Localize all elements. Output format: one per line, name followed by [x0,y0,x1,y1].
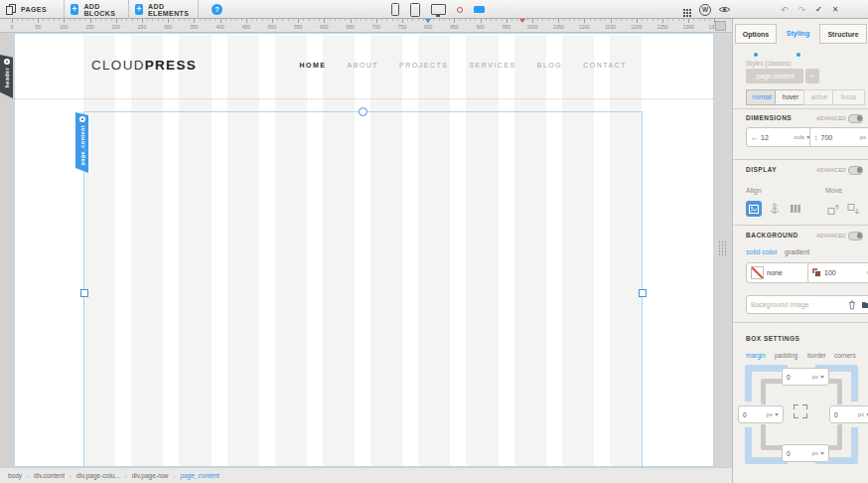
grid-column-guide [83,35,115,466]
state-normal-button[interactable]: normal [746,89,778,105]
unit-dropdown[interactable]: px [858,411,868,417]
height-value[interactable]: 700 [821,134,833,141]
ruler-breakpoint-marker[interactable] [519,19,525,23]
background-advanced-toggle[interactable] [848,232,863,241]
splitter-drag-handle-icon[interactable] [718,241,727,256]
box-tab-padding[interactable]: padding [775,352,797,359]
nav-item-services[interactable]: SERVICES [469,62,515,69]
width-field[interactable]: ↔ 12 cols [746,127,815,147]
grid-column-guide [562,35,594,466]
columns-icon [790,204,801,214]
height-unit-dropdown[interactable]: px [860,134,868,140]
selection-top-handle[interactable] [359,107,367,116]
help-icon[interactable]: ? [212,4,222,15]
dimensions-advanced-toggle[interactable] [848,114,863,123]
pages-button[interactable]: PAGES [0,0,64,19]
trash-icon[interactable] [848,300,856,310]
ruler-tick [59,19,60,21]
tablet-preview-icon[interactable] [410,3,420,17]
breadcrumb-item[interactable]: div.page-colu... [76,472,120,479]
state-hover-button[interactable]: hover [775,89,806,105]
current-width-icon[interactable] [474,6,485,13]
selection-left-handle[interactable] [80,289,88,297]
ruler-tick [132,19,133,21]
breadcrumb-item[interactable]: page_content [180,472,218,479]
ruler-tick [433,19,434,21]
undo-icon[interactable]: ↶ [781,5,789,15]
page-content-element-tab[interactable]: page_content [75,112,88,173]
add-elements-button[interactable]: + ADD ELEMENTS [129,0,199,19]
canvas[interactable]: CLOUDPRESS HOMEABOUTPROJECTSSERVICESBLOG… [14,33,714,467]
site-logo[interactable]: CLOUDPRESS [91,58,197,73]
nav-item-blog[interactable]: BLOG [537,62,562,69]
header-element-tab[interactable]: header [0,55,13,98]
move-up-button[interactable] [825,201,841,217]
selection-right-handle[interactable] [639,289,647,297]
margin-left-field[interactable]: 0 px [738,405,784,423]
color-picker-field[interactable]: none [746,262,811,283]
breadcrumb-item[interactable]: div.page-row [132,472,169,479]
class-chip[interactable]: .page-content [746,69,803,83]
unit-dropdown[interactable]: px [812,374,824,380]
breadcrumb-item[interactable]: body [8,472,22,479]
nav-item-home[interactable]: HOME [299,62,326,69]
align-image-button[interactable] [746,201,762,217]
breadcrumb-separator: › [173,473,175,479]
opacity-value[interactable]: 100 [824,269,836,276]
move-down-button[interactable] [845,201,861,217]
pages-label: PAGES [21,6,47,13]
breakpoint-dot-icon[interactable] [457,7,463,13]
background-image-field[interactable]: Background Image [746,295,868,314]
margin-bottom-value[interactable]: 0 [787,450,791,457]
columns-button[interactable] [788,201,803,217]
box-tab-border[interactable]: border [807,352,826,359]
redo-icon[interactable]: ↷ [798,5,806,15]
ruler-tick [194,19,195,23]
desktop-preview-icon[interactable] [431,4,446,15]
preview-eye-icon[interactable] [718,5,731,14]
margin-top-value[interactable]: 0 [787,374,791,381]
margin-left-value[interactable]: 0 [743,411,747,418]
ruler-tick [256,19,257,21]
nav-item-contact[interactable]: CONTACT [583,62,627,69]
box-tab-corners[interactable]: corners [834,352,856,359]
add-blocks-button[interactable]: + ADD BLOCKS [64,0,129,19]
margin-top-field[interactable]: 0 px [782,368,829,386]
display-advanced-toggle[interactable] [848,166,863,175]
site-header-section[interactable]: CLOUDPRESS HOMEABOUTPROJECTSSERVICESBLOG… [15,34,713,99]
unit-dropdown[interactable]: px [767,411,779,417]
width-value[interactable]: 12 [761,134,769,141]
ruler-corner-button[interactable] [715,21,726,31]
tab-structure[interactable]: Structure [819,24,867,44]
add-class-button[interactable]: + [805,69,819,83]
tab-styling[interactable]: Styling [777,24,819,44]
visibility-eye-icon[interactable] [79,116,85,122]
visibility-eye-icon[interactable] [4,59,10,65]
close-icon[interactable]: ✕ [832,5,839,14]
margin-right-value[interactable]: 0 [834,411,838,418]
box-tab-margin[interactable]: margin [746,352,766,359]
ruler-breakpoint-marker[interactable] [425,19,431,23]
gradient-tab[interactable]: gradient [785,248,809,255]
apply-check-icon[interactable]: ✓ [815,5,822,14]
mobile-preview-icon[interactable] [391,3,399,16]
anchor-button[interactable] [767,201,783,217]
apps-grid-icon[interactable] [683,9,685,11]
state-active-button[interactable]: active [803,89,835,105]
nav-item-about[interactable]: ABOUT [347,62,378,69]
margin-right-field[interactable]: 0 px [829,405,868,423]
width-unit-dropdown[interactable]: cols [794,134,810,140]
tab-options[interactable]: Options [735,24,777,44]
height-field[interactable]: ↕ 700 px [809,127,868,147]
breadcrumb-item[interactable]: div.content [34,472,65,479]
state-focus-button[interactable]: focus [832,89,865,105]
unit-dropdown[interactable]: px [812,450,824,456]
margin-bottom-field[interactable]: 0 px [782,444,829,462]
ruler-tick-label: 250 [138,24,146,30]
styling-indicator-dot [796,53,800,57]
opacity-field[interactable]: 100 % [807,262,868,283]
nav-item-projects[interactable]: PROJECTS [399,62,448,69]
wordpress-icon[interactable]: W [699,4,711,16]
solid-color-tab[interactable]: solid color [746,248,778,255]
folder-icon[interactable] [861,300,868,309]
